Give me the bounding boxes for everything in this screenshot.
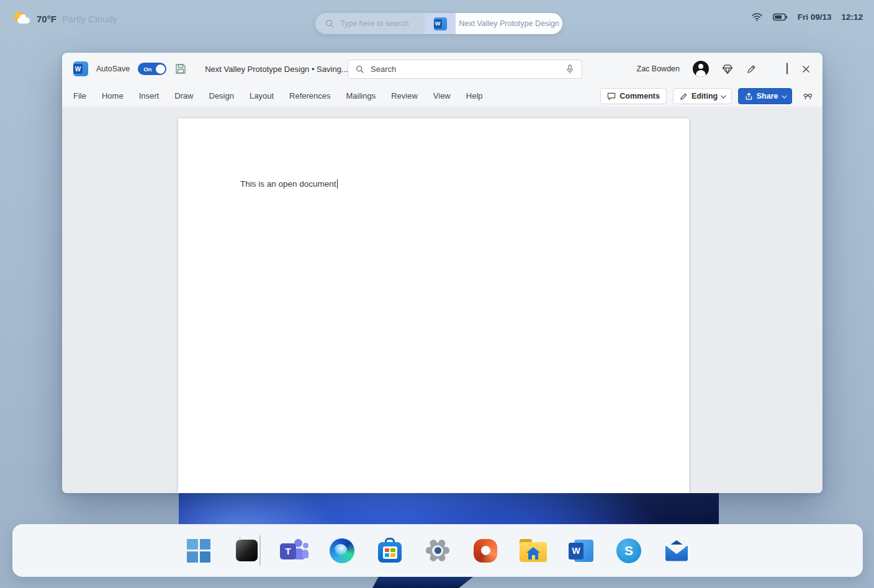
- wifi-icon[interactable]: [751, 12, 763, 22]
- ribbon-bow-icon[interactable]: [802, 91, 814, 101]
- skype-icon: S: [616, 538, 641, 563]
- ribbon-right-controls: Comments Editing Share: [600, 85, 814, 107]
- tab-file[interactable]: File: [73, 91, 86, 100]
- document-text: This is an open document: [240, 179, 336, 189]
- microphone-icon[interactable]: [565, 64, 574, 74]
- word-app-icon: W: [73, 61, 88, 76]
- editing-mode-button[interactable]: Editing: [673, 88, 732, 104]
- dock: T W S: [12, 524, 863, 577]
- ribbon-tab-bar: File Home Insert Draw Design Layout Refe…: [62, 85, 822, 107]
- comments-label: Comments: [619, 92, 660, 100]
- dock-item-file-explorer[interactable]: [519, 537, 547, 565]
- chevron-down-icon: [721, 93, 726, 98]
- dock-item-mail[interactable]: [662, 537, 691, 565]
- search-icon: [325, 19, 335, 29]
- word-search-box[interactable]: Search: [348, 60, 582, 79]
- titlebar-right-group: Zac Bowden: [637, 53, 810, 85]
- avatar[interactable]: [693, 61, 709, 77]
- tab-insert[interactable]: Insert: [139, 91, 160, 100]
- diamond-icon[interactable]: [722, 64, 733, 74]
- dock-item-teams[interactable]: T: [280, 537, 309, 565]
- share-icon: [745, 92, 753, 100]
- microsoft-store-icon: [378, 538, 402, 563]
- tray-time[interactable]: 12:12: [841, 12, 863, 22]
- tab-design[interactable]: Design: [209, 91, 234, 100]
- save-icon[interactable]: [174, 63, 187, 75]
- pen-icon[interactable]: [746, 64, 757, 74]
- tab-references[interactable]: References: [289, 91, 330, 100]
- word-search-placeholder: Search: [371, 65, 559, 74]
- taskbar-running-app-label[interactable]: Next Valley Prototype Design: [456, 13, 562, 34]
- tray-date[interactable]: Fri 09/13: [798, 12, 832, 22]
- weather-widget[interactable]: 70°F Partly Cloudy: [14, 11, 117, 26]
- mail-icon: [664, 540, 689, 561]
- dock-item-skype[interactable]: S: [615, 537, 643, 565]
- search-icon: [356, 65, 364, 74]
- settings-gear-icon: [425, 538, 451, 564]
- tab-home[interactable]: Home: [102, 91, 124, 100]
- dock-item-edge[interactable]: [328, 537, 356, 565]
- edge-icon: [330, 538, 354, 563]
- tab-help[interactable]: Help: [466, 91, 483, 100]
- document-text-line[interactable]: This is an open document: [240, 179, 338, 189]
- autosave-label: AutoSave: [96, 65, 130, 73]
- ribbon-tabs: File Home Insert Draw Design Layout Refe…: [73, 91, 483, 100]
- toggle-knob: [156, 65, 165, 74]
- autosave-toggle[interactable]: On: [138, 63, 166, 75]
- dock-item-dark-app[interactable]: [232, 537, 261, 565]
- taskbar-running-app-button[interactable]: W: [425, 13, 456, 34]
- maximize-button[interactable]: [786, 63, 788, 74]
- taskbar-pill: Type here to search W Next Valley Protot…: [315, 13, 562, 34]
- chevron-down-icon: [782, 93, 786, 98]
- document-canvas-area: This is an open document: [62, 108, 822, 493]
- desktop-search-input[interactable]: Type here to search: [315, 13, 425, 34]
- desktop-search-placeholder: Type here to search: [340, 19, 408, 28]
- tab-review[interactable]: Review: [391, 91, 418, 100]
- windows-logo-icon: [187, 539, 210, 563]
- dark-square-app-icon: [236, 540, 258, 561]
- dock-item-settings[interactable]: [423, 537, 452, 565]
- weather-temperature: 70°F: [37, 14, 56, 24]
- comments-button[interactable]: Comments: [600, 88, 667, 104]
- wallpaper-bloom-under-dock: [372, 577, 473, 588]
- dock-item-store[interactable]: [376, 537, 404, 565]
- sun-cloud-icon: [14, 11, 31, 26]
- word-window: W AutoSave On Next Valley Prototype Desi…: [62, 53, 822, 493]
- teams-icon: T: [280, 539, 309, 563]
- window-controls: [772, 63, 810, 74]
- system-tray[interactable]: Fri 09/13 12:12: [751, 12, 863, 22]
- text-cursor: [337, 179, 338, 189]
- weather-condition: Partly Cloudy: [62, 14, 117, 24]
- editing-label: Editing: [692, 92, 718, 100]
- word-icon: W: [434, 17, 447, 30]
- file-explorer-icon: [520, 539, 547, 562]
- tab-draw[interactable]: Draw: [174, 91, 193, 100]
- user-name[interactable]: Zac Bowden: [637, 65, 680, 73]
- word-icon: W: [569, 538, 593, 563]
- titlebar-left-group: W AutoSave On Next Valley Prototype Desi…: [73, 61, 367, 76]
- document-title[interactable]: Next Valley Prototype Design • Saving...: [205, 65, 348, 74]
- word-titlebar: W AutoSave On Next Valley Prototype Desi…: [62, 53, 822, 85]
- comment-icon: [607, 92, 616, 100]
- tab-view[interactable]: View: [433, 91, 451, 100]
- desktop-top-bar: 70°F Partly Cloudy Type here to search W…: [0, 0, 874, 43]
- tab-mailings[interactable]: Mailings: [346, 91, 376, 100]
- autosave-state: On: [143, 66, 151, 73]
- document-page[interactable]: This is an open document: [178, 118, 689, 493]
- battery-icon[interactable]: [773, 13, 788, 21]
- office-icon: [474, 539, 497, 563]
- dock-item-office[interactable]: [471, 537, 500, 565]
- close-button[interactable]: [802, 65, 810, 73]
- dock-item-start[interactable]: [184, 537, 213, 565]
- share-button[interactable]: Share: [738, 88, 792, 104]
- share-label: Share: [757, 92, 778, 100]
- tab-layout[interactable]: Layout: [250, 91, 274, 100]
- pencil-icon: [680, 92, 688, 100]
- dock-item-word[interactable]: W: [567, 537, 595, 565]
- wallpaper-bloom: [179, 492, 719, 525]
